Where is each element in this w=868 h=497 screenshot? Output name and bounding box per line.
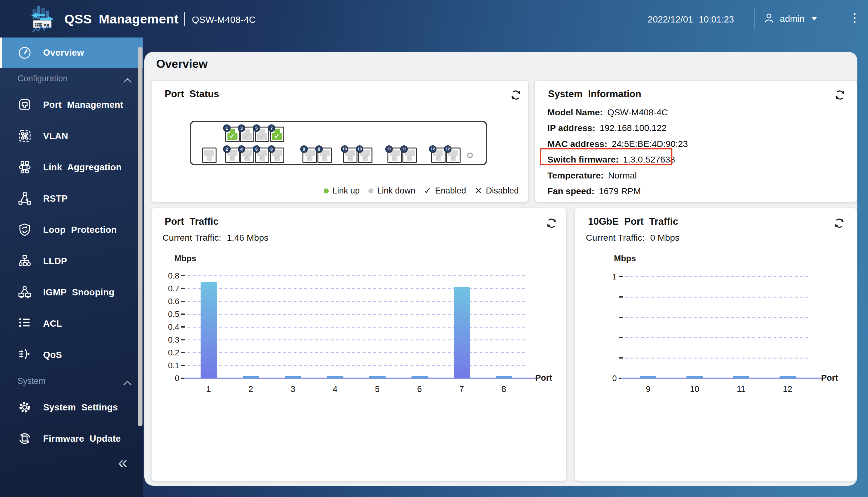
sidebar-item-firmware-update[interactable]: Firmware Update [0, 423, 143, 454]
gridline [625, 297, 811, 298]
tengbe-port-traffic-chart: Mbps019101112Port [575, 208, 857, 481]
port-9: ✓9 [302, 147, 317, 163]
info-label: Switch firmware: [547, 154, 619, 165]
x-tick-label: 3 [280, 384, 306, 394]
collapse-sidebar-icon[interactable]: « [118, 454, 128, 471]
sidebar-item-igmp-snooping[interactable]: IGMP Snooping [0, 276, 143, 308]
sidebar-item-system-settings[interactable]: System Settings [0, 392, 143, 423]
sidebar-item-label: System Settings [43, 402, 118, 413]
refresh-icon[interactable] [510, 89, 521, 101]
console-port [202, 147, 217, 163]
refresh-icon[interactable] [546, 217, 557, 229]
bar-port-1 [201, 282, 217, 378]
x-tick-label: 7 [449, 384, 474, 394]
x-axis [184, 378, 537, 379]
igmp-icon [17, 285, 32, 299]
y-tick-label: 0 [158, 373, 179, 383]
port-9: ✓9 [317, 147, 332, 163]
sidebar-item-acl[interactable]: ACL [0, 308, 143, 339]
gridline [187, 288, 525, 289]
sidebar-item-vlan[interactable]: VLAN [0, 120, 143, 152]
port-number-badge: 2 [223, 145, 231, 153]
y-tick [181, 339, 185, 340]
system-information-card: System Information Model Name:QSW-M408-4… [535, 81, 857, 202]
sidebar-section-system[interactable]: System [0, 370, 143, 392]
refresh-icon[interactable] [834, 89, 845, 101]
gridline [625, 276, 811, 277]
sidebar-item-label: VLAN [43, 131, 68, 141]
y-tick [619, 276, 623, 277]
chevron-up-icon [124, 378, 132, 387]
port-12: ✓12 [446, 147, 461, 163]
y-axis-label: Mbps [606, 254, 643, 264]
port-number-badge: 6 [253, 145, 260, 153]
sidebar: OverviewConfigurationPort ManagementVLAN… [0, 38, 143, 497]
section-label: System [17, 377, 46, 386]
info-value: 1679 RPM [599, 186, 641, 196]
sidebar-item-qos[interactable]: QoS [0, 339, 143, 370]
y-tick-label: 0.6 [158, 297, 179, 306]
device-model: QSW-M408-4C [192, 14, 256, 25]
port-number-badge: 9 [315, 145, 323, 153]
port-icon [17, 98, 32, 112]
header-divider [755, 8, 755, 29]
more-menu-icon[interactable] [852, 12, 857, 24]
gridline [187, 339, 525, 340]
legend-label: Link down [377, 186, 415, 196]
x-tick-label: 10 [682, 384, 707, 394]
sidebar-item-overview[interactable]: Overview [0, 38, 143, 68]
bar-port-9 [640, 376, 656, 378]
legend-glyph-icon: ✓ [424, 186, 431, 196]
refresh-icon[interactable] [834, 217, 845, 229]
bar-port-7 [454, 287, 470, 378]
user-menu[interactable]: admin [763, 9, 817, 28]
switch-diagram: ✓1✓3✓5✓7✓2✓4✓6✓8✓9✓9✓10✓10✓11✓11✓12✓12 [190, 120, 487, 165]
port-number-badge: 8 [268, 145, 275, 153]
sidebar-item-loop-protection[interactable]: Loop Protection [0, 214, 143, 245]
bar-port-10 [686, 376, 703, 378]
rstp-icon [17, 191, 32, 206]
legend-label: Enabled [435, 186, 466, 196]
y-tick [181, 326, 185, 328]
sidebar-item-link-aggregation[interactable]: Link Aggregation [0, 152, 143, 183]
sidebar-item-port-management[interactable]: Port Management [0, 89, 143, 120]
y-tick [181, 275, 185, 276]
bar-port-2 [243, 376, 259, 378]
chevron-down-icon [811, 17, 817, 20]
info-value: QSW-M408-4C [607, 107, 668, 117]
legend-item: Link down [368, 186, 415, 196]
gear-icon [17, 400, 32, 414]
port-12: ✓12 [431, 147, 446, 163]
reset-dot [467, 153, 473, 158]
card-title: 10GbE Port Traffic [588, 216, 678, 227]
port-number-badge: 11 [385, 145, 393, 153]
port-status-card: Port Status ✓1✓3✓5✓7✓2✓4✓6✓8✓9✓9✓10✓10✓1… [151, 81, 528, 202]
gridline [187, 301, 525, 302]
system-info-row: Switch firmware:1.3.0.527638 [547, 152, 675, 168]
port-4: ✓4 [240, 147, 254, 163]
system-info-row: Model Name:QSW-M408-4C [547, 104, 668, 120]
sidebar-item-rstp[interactable]: RSTP [0, 183, 143, 214]
bar-port-4 [327, 376, 343, 378]
port-6: ✓6 [255, 147, 269, 163]
legend-item: ✓Enabled [424, 186, 466, 196]
sidebar-item-lldp[interactable]: LLDP [0, 245, 143, 276]
app-title: QSS Management [64, 12, 179, 27]
legend-item: ✕Disabled [475, 186, 519, 196]
qss-logo-icon [27, 3, 58, 34]
chevron-up-icon [124, 75, 132, 85]
legend-item: Link up [324, 186, 360, 196]
info-label: IP address: [547, 123, 595, 133]
info-value: 192.168.100.122 [599, 123, 666, 133]
loop-icon [17, 223, 32, 237]
acl-icon [17, 316, 32, 331]
sidebar-item-label: Link Aggregation [43, 162, 121, 172]
port-number-badge: 4 [238, 145, 245, 153]
sidebar-section-configuration[interactable]: Configuration [0, 68, 143, 89]
sidebar-scrollbar[interactable] [138, 47, 143, 426]
y-tick [181, 313, 185, 315]
port-number-badge: 7 [268, 124, 275, 132]
port-traffic-card: Port Traffic Current Traffic: 1.46 Mbps … [151, 208, 566, 481]
y-tick [619, 357, 623, 358]
bar-port-5 [369, 376, 386, 378]
